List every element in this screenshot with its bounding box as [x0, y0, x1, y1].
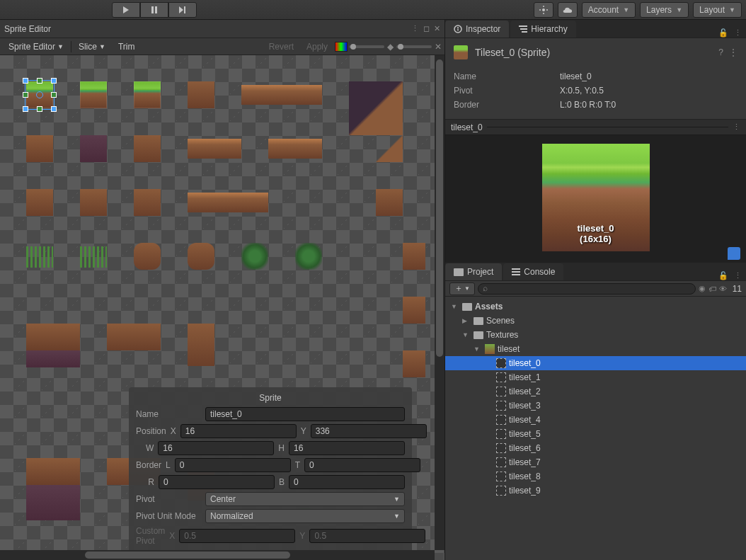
add-asset-button[interactable]: ＋▼: [449, 282, 475, 295]
tree-row-sprite[interactable]: tileset_0: [445, 356, 746, 370]
tree-row-sprite[interactable]: tileset_2: [445, 384, 746, 399]
filter-by-label-icon[interactable]: 🏷: [708, 285, 716, 293]
account-dropdown[interactable]: Account ▼: [582, 2, 636, 18]
tile[interactable]: [241, 85, 322, 105]
tile[interactable]: [80, 135, 107, 162]
close-icon[interactable]: ✕: [434, 24, 440, 33]
sprite-editor-mode-dropdown[interactable]: Sprite Editor▼: [3, 40, 69, 54]
selection-handle-ne[interactable]: [51, 78, 57, 84]
selection-handle-e[interactable]: [51, 92, 57, 98]
tile[interactable]: [295, 243, 322, 270]
expand-toggle[interactable]: ▼: [451, 303, 459, 310]
selection-handle-s[interactable]: [37, 106, 42, 112]
expand-toggle[interactable]: ▶: [462, 317, 471, 324]
tile[interactable]: [80, 189, 107, 216]
tree-row-assets[interactable]: ▼ Assets: [445, 299, 746, 314]
tile[interactable]: [403, 350, 425, 377]
scrollbar-thumb[interactable]: [85, 552, 290, 559]
lock-icon[interactable]: 🔓: [718, 28, 728, 38]
context-menu-icon[interactable]: ⋮: [733, 122, 740, 132]
selection-handle-sw[interactable]: [23, 106, 28, 112]
tile[interactable]: [26, 458, 80, 485]
tag-icon[interactable]: [728, 247, 740, 260]
tile[interactable]: [349, 81, 403, 135]
tile[interactable]: [268, 139, 322, 159]
maximize-icon[interactable]: ◻: [423, 24, 430, 33]
tile[interactable]: [376, 189, 403, 216]
border-r-input[interactable]: [159, 475, 275, 489]
apply-button[interactable]: Apply: [301, 40, 333, 54]
filter-by-type-icon[interactable]: ◉: [699, 284, 706, 293]
pivot-handle[interactable]: [36, 91, 43, 98]
tree-row-textures[interactable]: ▼ Textures: [445, 328, 746, 342]
selection-rect[interactable]: [25, 80, 54, 110]
layers-dropdown[interactable]: Layers ▼: [640, 2, 689, 18]
tile[interactable]: [403, 243, 425, 270]
color-swatch[interactable]: [335, 42, 348, 52]
expand-toggle[interactable]: ▼: [474, 345, 482, 353]
name-input[interactable]: [205, 407, 405, 421]
alpha-slider[interactable]: ◆ ✕: [349, 42, 442, 52]
tile[interactable]: [241, 243, 268, 270]
cloud-icon-button[interactable]: [558, 2, 578, 18]
tile[interactable]: [26, 324, 80, 350]
tile[interactable]: [26, 350, 80, 367]
tree-row-sprite[interactable]: tileset_4: [445, 413, 746, 427]
project-search-input[interactable]: [478, 283, 696, 295]
tile[interactable]: [134, 243, 161, 270]
tree-row-sprite[interactable]: tileset_7: [445, 455, 746, 469]
tile[interactable]: [80, 246, 107, 268]
hidden-packages-icon[interactable]: 👁: [719, 285, 727, 293]
tile[interactable]: [107, 324, 161, 350]
border-t-input[interactable]: [304, 458, 420, 472]
tile[interactable]: [134, 135, 161, 162]
tile[interactable]: [403, 297, 425, 324]
lock-icon[interactable]: 🔓: [718, 271, 728, 280]
context-menu-icon[interactable]: ⋮: [411, 24, 419, 33]
tile[interactable]: [376, 135, 403, 162]
expand-toggle[interactable]: ▼: [462, 331, 471, 338]
position-y-input[interactable]: [311, 424, 427, 438]
tile[interactable]: [188, 324, 214, 366]
project-tree[interactable]: ▼ Assets ▶ Scenes ▼ Textures ▼ tileset: [445, 297, 746, 560]
canvas-vscroll[interactable]: [435, 55, 444, 550]
tab-hierarchy[interactable]: Hierarchy: [510, 21, 575, 38]
play-button[interactable]: [112, 2, 140, 18]
slice-dropdown[interactable]: Slice▼: [73, 40, 111, 54]
selection-handle-se[interactable]: [51, 106, 57, 112]
tree-row-sprite[interactable]: tileset_3: [445, 399, 746, 413]
position-x-input[interactable]: [180, 424, 297, 438]
selection-handle-nw[interactable]: [23, 78, 28, 84]
position-h-input[interactable]: [289, 441, 405, 455]
context-menu-icon[interactable]: ⋮: [729, 47, 738, 57]
help-icon[interactable]: ?: [718, 47, 723, 57]
tile[interactable]: [26, 246, 53, 268]
tree-row-tileset[interactable]: ▼ tileset: [445, 342, 746, 356]
tree-row-sprite[interactable]: tileset_9: [445, 484, 746, 498]
tile[interactable]: [188, 81, 214, 108]
pause-button[interactable]: [140, 2, 168, 18]
scrollbar-thumb[interactable]: [436, 59, 443, 357]
pivot-select[interactable]: Center▼: [205, 492, 405, 506]
tree-row-scenes[interactable]: ▶ Scenes: [445, 314, 746, 328]
border-l-input[interactable]: [175, 458, 291, 472]
tile[interactable]: [188, 193, 268, 212]
tree-row-sprite[interactable]: tileset_1: [445, 370, 746, 384]
tile[interactable]: [134, 189, 161, 216]
tile[interactable]: [26, 135, 53, 162]
pivot-unit-select[interactable]: Normalized▼: [205, 509, 405, 523]
tile[interactable]: [26, 485, 80, 520]
context-menu-icon[interactable]: ⋮: [734, 271, 742, 280]
tile[interactable]: [26, 189, 53, 216]
tab-project[interactable]: Project: [445, 263, 502, 280]
tile[interactable]: [188, 243, 214, 270]
revert-button[interactable]: Revert: [263, 40, 299, 54]
tile[interactable]: [188, 139, 241, 159]
canvas-hscroll[interactable]: [0, 550, 435, 560]
collab-icon-button[interactable]: [534, 2, 553, 18]
tab-console[interactable]: Console: [503, 263, 563, 280]
step-button[interactable]: [168, 2, 197, 18]
trim-button[interactable]: Trim: [113, 40, 141, 54]
tab-inspector[interactable]: Inspector: [445, 21, 509, 38]
position-w-input[interactable]: [158, 441, 274, 455]
